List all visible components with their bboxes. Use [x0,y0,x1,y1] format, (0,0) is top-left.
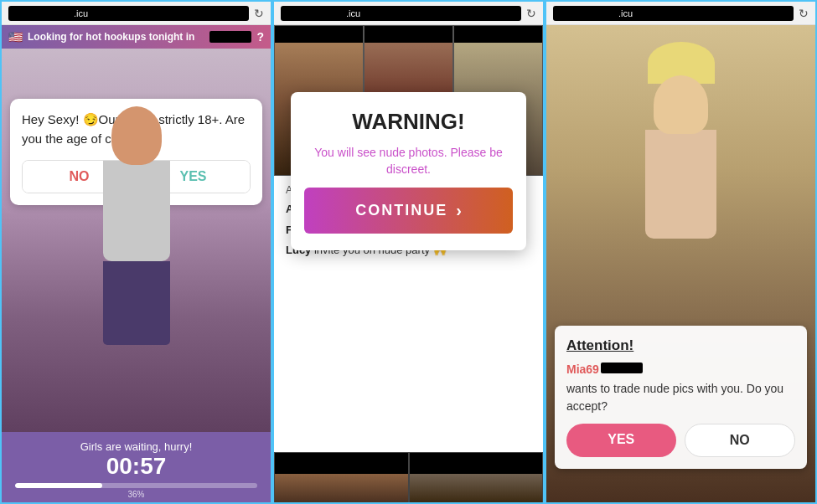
bottom-photo-1 [274,452,409,502]
panel2-bottom-photos [274,452,543,502]
browser-bar-1: .icu ↻ [2,2,271,25]
bottom-redact-1 [275,453,408,474]
reload-icon-2[interactable]: ↻ [526,7,536,20]
attention-buttons: YES NO [566,424,795,457]
url-suffix-2: .icu [346,8,360,18]
panel1-footer: Girls are waiting, hurry! 00:57 36% [2,432,271,502]
attention-title: Attention! [566,337,795,354]
flag-icon: 🇺🇸 [8,30,23,44]
person-head [111,106,162,165]
attention-dialog: Attention! Mia69 wants to trade nude pic… [555,326,807,469]
banner-redact [209,31,251,43]
blonde-face [654,75,708,134]
photo-redact-top-3 [454,26,542,43]
attention-message: Mia69 wants to trade nude pics with you.… [566,361,795,415]
url-box-3: .icu [553,6,794,21]
girls-waiting-text: Girls are waiting, hurry! [80,440,193,453]
bottom-redact-2 [410,453,543,474]
panel2-main: WARNING! You will see nude photos. Pleas… [274,25,543,502]
progress-bar-fill [15,483,102,488]
banner-question: ? [256,30,264,44]
panel-1: .icu ↻ 🇺🇸 Looking for hot hookups tonigh… [0,0,272,504]
blonde-body [645,130,716,239]
person-body [103,161,170,261]
panel-2: .icu ↻ WARNING! You will see nude photos… [272,0,545,504]
person-silhouette [70,106,204,374]
panel3-main: Attention! Mia69 wants to trade nude pic… [546,25,815,502]
progress-bar-container [15,483,257,488]
browser-bar-3: .icu ↻ [546,2,815,25]
warning-overlay: WARNING! You will see nude photos. Pleas… [291,92,526,250]
attention-yes-button[interactable]: YES [566,424,676,457]
url-suffix-1: .icu [74,8,88,18]
reload-icon-3[interactable]: ↻ [799,7,809,20]
banner-text: Looking for hot hookups tonight in [28,31,204,43]
attention-username: Mia69 [566,361,599,378]
continue-label: CONTINUE [355,202,447,219]
person-legs [103,261,170,345]
top-banner: 🇺🇸 Looking for hot hookups tonight in ? [2,25,271,49]
url-box-1: .icu [8,6,249,21]
warning-title: WARNING! [352,109,464,135]
panel1-main: 🇺🇸 Looking for hot hookups tonight in ? … [2,25,271,502]
progress-percent: 36% [127,490,144,499]
attention-no-button[interactable]: NO [685,424,796,457]
url-box-2: .icu [281,6,521,21]
photo-redact-top-1 [275,26,363,43]
browser-bar-2: .icu ↻ [274,2,543,25]
continue-arrow-icon: › [456,201,462,220]
url-suffix-3: .icu [618,8,633,18]
bottom-photo-2 [409,452,544,502]
blonde-figure [645,42,716,239]
reload-icon-1[interactable]: ↻ [254,7,264,20]
continue-button[interactable]: CONTINUE › [304,188,513,234]
photo-redact-top-2 [365,26,452,43]
panel1-photo-area: Hey Sexy! 😏Our site is strictly 18+. Are… [2,49,271,432]
panel-3: .icu ↻ Attention! Mia69 wants to trade n… [545,0,817,504]
warning-subtitle: You will see nude photos. Please be disc… [304,145,513,177]
attention-redact [601,363,643,373]
countdown-timer: 00:57 [106,453,167,480]
